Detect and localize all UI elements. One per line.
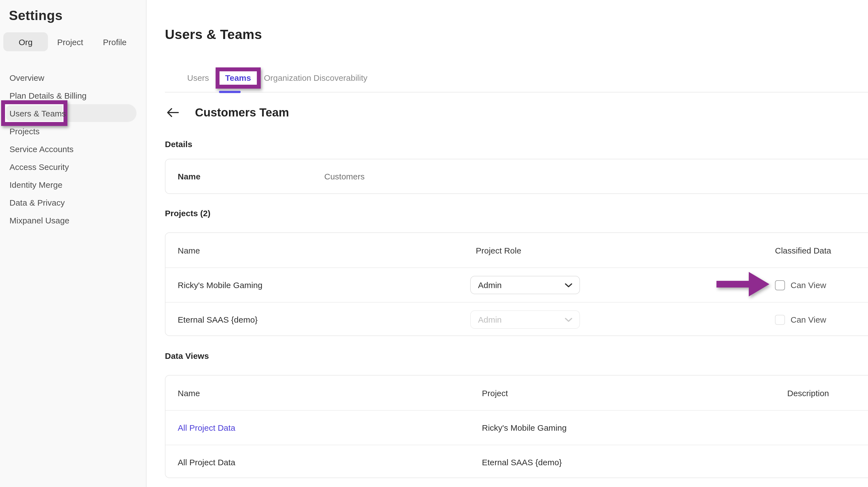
annotation-arrow bbox=[716, 271, 770, 299]
sidebar-item-mixpanel-usage[interactable]: Mixpanel Usage bbox=[0, 211, 146, 229]
details-name-value: Customers bbox=[324, 172, 868, 181]
project-role-select-disabled: Admin bbox=[470, 310, 580, 329]
projects-col-classified: Classified Data bbox=[775, 245, 868, 255]
project-name: Ricky's Mobile Gaming bbox=[165, 280, 470, 290]
scope-tab-profile[interactable]: Profile bbox=[92, 32, 137, 51]
chevron-down-icon bbox=[565, 283, 572, 287]
data-view-name: All Project Data bbox=[165, 457, 482, 467]
active-tab-indicator bbox=[219, 91, 241, 93]
sidebar-item-overview[interactable]: Overview bbox=[0, 68, 146, 86]
data-view-project: Eternal SAAS {demo} bbox=[482, 457, 787, 467]
data-views-col-project: Project bbox=[482, 388, 787, 398]
settings-scope-tabs: Org Project Profile bbox=[3, 32, 137, 51]
table-row-data-view-eternal: All Project Data Eternal SAAS {demo} bbox=[165, 445, 868, 479]
sidebar-item-access-security[interactable]: Access Security bbox=[0, 158, 146, 176]
sidebar-item-users-teams[interactable]: Users & Teams bbox=[0, 104, 146, 122]
details-name-label: Name bbox=[165, 172, 324, 181]
tab-organization-discoverability[interactable]: Organization Discoverability bbox=[264, 73, 367, 83]
sidebar-item-service-accounts[interactable]: Service Accounts bbox=[0, 140, 146, 158]
team-title: Customers Team bbox=[195, 106, 289, 119]
data-view-project: Ricky's Mobile Gaming bbox=[482, 423, 787, 432]
team-header: Customers Team bbox=[165, 105, 289, 120]
projects-table: Name Project Role Classified Data Ricky'… bbox=[165, 232, 868, 336]
data-views-col-description: Description bbox=[787, 388, 868, 398]
table-row-project-eternal: Eternal SAAS {demo} Admin Can View bbox=[165, 302, 868, 337]
back-arrow-icon[interactable] bbox=[165, 105, 181, 120]
can-view-checkbox[interactable] bbox=[775, 280, 785, 290]
users-teams-tabs: Users Teams Organization Discoverability bbox=[165, 63, 868, 92]
data-views-heading: Data Views bbox=[165, 351, 209, 361]
project-name: Eternal SAAS {demo} bbox=[165, 315, 470, 324]
sidebar-item-identity-merge[interactable]: Identity Merge bbox=[0, 176, 146, 193]
data-views-col-name: Name bbox=[165, 388, 482, 398]
sidebar-item-data-privacy[interactable]: Data & Privacy bbox=[0, 193, 146, 211]
chevron-down-icon bbox=[565, 317, 572, 322]
annotation-box-teams: Teams bbox=[216, 67, 260, 88]
scope-tab-org[interactable]: Org bbox=[3, 32, 48, 51]
projects-heading: Projects (2) bbox=[165, 208, 210, 218]
settings-nav: Overview Plan Details & Billing Users & … bbox=[0, 68, 146, 229]
projects-col-role: Project Role bbox=[470, 245, 775, 255]
details-name-row: Name Customers bbox=[165, 159, 868, 193]
tab-users[interactable]: Users bbox=[187, 73, 209, 83]
details-heading: Details bbox=[165, 139, 192, 149]
table-row-data-view-ricky: All Project Data Ricky's Mobile Gaming bbox=[165, 410, 868, 445]
settings-title: Settings bbox=[9, 8, 63, 23]
data-views-table-header: Name Project Description bbox=[165, 375, 868, 410]
table-row-project-ricky: Ricky's Mobile Gaming Admin Can View bbox=[165, 268, 868, 302]
can-view-label: Can View bbox=[790, 315, 826, 324]
data-views-table: Name Project Description All Project Dat… bbox=[165, 375, 868, 478]
project-role-select[interactable]: Admin bbox=[470, 276, 580, 294]
can-view-checkbox-disabled bbox=[775, 314, 785, 325]
users-teams-main: Users & Teams Users Teams Organization D… bbox=[147, 0, 868, 487]
projects-col-name: Name bbox=[165, 245, 470, 255]
projects-table-header: Name Project Role Classified Data bbox=[165, 233, 868, 268]
tab-teams[interactable]: Teams bbox=[225, 73, 251, 82]
data-view-name-link[interactable]: All Project Data bbox=[165, 423, 482, 432]
can-view-label: Can View bbox=[790, 280, 826, 290]
details-card: Name Customers bbox=[165, 159, 868, 194]
scope-tab-project[interactable]: Project bbox=[48, 32, 92, 51]
settings-sidebar: Settings Org Project Profile Overview Pl… bbox=[0, 0, 147, 487]
settings-page: Settings Org Project Profile Overview Pl… bbox=[0, 0, 868, 487]
page-title: Users & Teams bbox=[165, 27, 262, 42]
